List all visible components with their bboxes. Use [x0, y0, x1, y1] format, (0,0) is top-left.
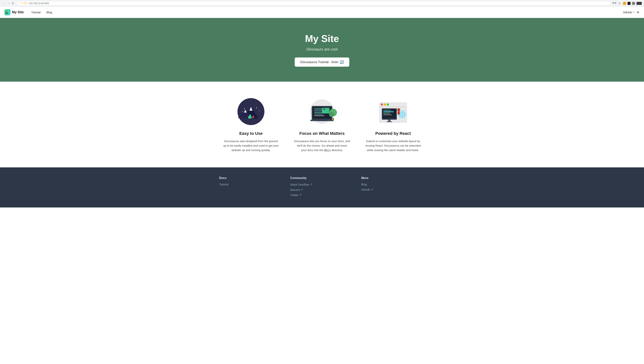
svg-rect-0: [612, 2, 614, 3]
svg-rect-4: [615, 3, 616, 3]
feature-focus: Focus on What Matters Docusaurus lets yo…: [290, 93, 354, 156]
svg-rect-3: [615, 2, 616, 3]
svg-rect-1: [612, 3, 614, 3]
svg-point-42: [387, 103, 389, 106]
svg-rect-34: [317, 120, 327, 121]
svg-rect-45: [383, 110, 391, 111]
feature-title-easy: Easy to Use: [223, 131, 279, 136]
navbar-right: GitHub ↗ ☀: [623, 10, 640, 15]
svg-rect-2: [612, 3, 614, 4]
browser-chrome: ← → ↻ ⚠ 不安全 192.168.23.90:3000 ☆: [0, 0, 644, 7]
browser-nav-buttons: ← → ↻: [2, 2, 14, 5]
footer-link-twitter[interactable]: Twitter ↗: [290, 193, 354, 197]
svg-rect-46: [383, 111, 394, 112]
footer-docs-title: Docs: [219, 176, 283, 180]
feature-desc-easy: Docusaurus was designed from the ground …: [223, 139, 279, 152]
color-swatch-orange: [623, 2, 626, 5]
docs-code-link: docs: [324, 148, 331, 152]
svg-rect-48: [383, 114, 392, 115]
forward-button[interactable]: →: [7, 2, 10, 5]
footer-more-title: More: [361, 176, 425, 180]
browser-actions: ☆: [612, 2, 642, 5]
footer-link-stackoverflow[interactable]: Stack Overflow ↗: [290, 183, 354, 186]
footer-link-tutorial[interactable]: Tutorial: [219, 183, 283, 186]
svg-rect-50: [386, 121, 392, 122]
svg-point-17: [259, 110, 260, 111]
feature-title-react: Powered by React: [365, 131, 421, 136]
svg-rect-49: [388, 120, 390, 121]
svg-rect-30: [314, 115, 324, 116]
footer-col-docs: Docs Tutorial: [219, 176, 283, 199]
svg-point-41: [384, 103, 386, 106]
url-text: 192.168.23.90:3000: [29, 2, 49, 5]
logo-icon: [4, 9, 10, 15]
star-icon[interactable]: ☆: [618, 2, 622, 5]
hero-cta-button[interactable]: Docusaurus Tutorial - 5min 🔄: [295, 58, 349, 67]
nav-links: Tutorial Blog: [28, 7, 55, 18]
hero-section: My Site Dinosaurs are cool Docusaurus Tu…: [0, 18, 644, 82]
svg-point-16: [256, 107, 257, 108]
footer-link-github[interactable]: GitHub ↗: [361, 188, 425, 191]
hero-title: My Site: [8, 33, 636, 44]
svg-point-54: [401, 113, 403, 115]
security-warning: ⚠ 不安全: [19, 2, 28, 5]
external-icon: ↗: [371, 188, 373, 191]
svg-point-32: [323, 108, 325, 110]
svg-rect-5: [615, 3, 616, 4]
feature-react: Powered by React Extend or customize you…: [361, 93, 425, 156]
external-icon: ↗: [299, 193, 302, 197]
svg-point-9: [8, 11, 9, 12]
svg-rect-37: [333, 118, 334, 121]
site-logo[interactable]: My Site: [4, 9, 24, 15]
feature-title-focus: Focus on What Matters: [294, 131, 350, 136]
svg-point-21: [250, 114, 251, 115]
nav-tutorial[interactable]: Tutorial: [28, 7, 44, 18]
external-icon: ↗: [310, 183, 312, 186]
nav-blog[interactable]: Blog: [44, 7, 55, 18]
logo-text: My Site: [12, 10, 24, 14]
footer-link-discord[interactable]: Discord ↗: [290, 188, 354, 191]
hero-subtitle: Dinosaurs are cool: [8, 47, 636, 52]
footer-col-more: More Blog GitHub ↗: [361, 176, 425, 199]
external-icon: ↗: [300, 188, 303, 191]
footer-community-title: Community: [290, 176, 354, 180]
svg-point-18: [242, 111, 243, 112]
svg-point-40: [381, 103, 383, 106]
external-link-icon: ↗: [632, 11, 634, 14]
svg-rect-31: [322, 108, 330, 113]
address-bar[interactable]: ⚠ 不安全 192.168.23.90:3000: [16, 1, 611, 6]
footer-grid: Docs Tutorial Community Stack Overflow ↗…: [219, 176, 425, 199]
svg-point-55: [397, 108, 400, 111]
svg-rect-56: [398, 111, 400, 115]
site-navbar: My Site Tutorial Blog GitHub ↗ ☀: [0, 7, 644, 18]
color-swatch-black: [628, 2, 630, 5]
github-link[interactable]: GitHub ↗: [623, 11, 634, 14]
svg-rect-29: [314, 113, 322, 114]
feature-image-laptop: [303, 97, 341, 127]
theme-toggle-button[interactable]: ☀: [636, 10, 640, 15]
svg-point-36: [329, 112, 334, 117]
color-swatch-dark: [636, 2, 642, 5]
cta-icon: 🔄: [340, 60, 344, 64]
features-section: Easy to Use Docusaurus was designed from…: [0, 82, 644, 167]
color-swatch-gray: [632, 2, 635, 5]
feature-desc-focus: Docusaurus lets you focus on your docs, …: [294, 139, 350, 152]
footer-col-community: Community Stack Overflow ↗ Discord ↗ Twi…: [290, 176, 354, 199]
footer-link-blog[interactable]: Blog: [361, 183, 425, 186]
features-grid: Easy to Use Docusaurus was designed from…: [219, 93, 425, 156]
svg-rect-47: [383, 113, 390, 114]
feature-image-mountains: [232, 97, 270, 127]
feature-desc-react: Extend or customize your website layout …: [365, 139, 421, 152]
feature-easy-to-use: Easy to Use Docusaurus was designed from…: [219, 93, 283, 156]
svg-point-15: [244, 108, 245, 109]
footer: Docs Tutorial Community Stack Overflow ↗…: [0, 167, 644, 208]
back-button[interactable]: ←: [2, 2, 6, 5]
reload-button[interactable]: ↻: [11, 2, 14, 5]
translate-icon[interactable]: [612, 2, 616, 5]
feature-image-react: [374, 97, 412, 127]
